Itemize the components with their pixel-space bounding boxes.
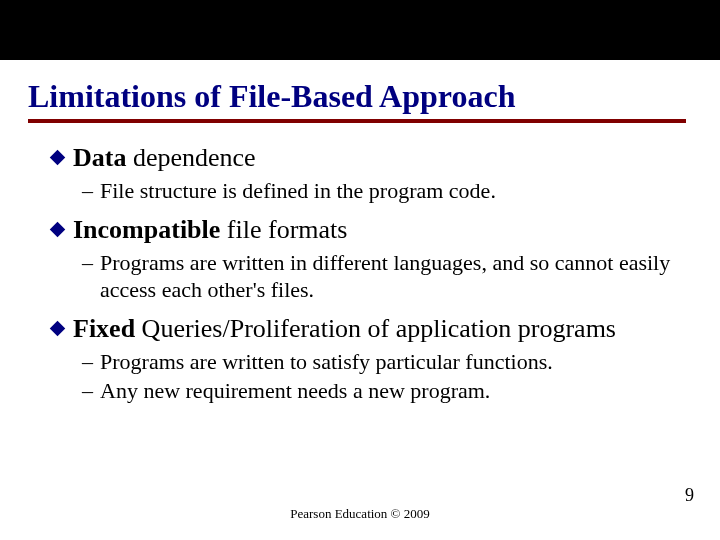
bullet-bold: Data — [73, 143, 126, 172]
sub-text: Programs are written in different langua… — [100, 249, 686, 304]
bullet-rest: dependence — [126, 143, 255, 172]
bullet-rest: Queries/Proliferation of application pro… — [135, 314, 616, 343]
dash-bullet-icon: – — [82, 348, 100, 376]
sub-item: – File structure is defined in the progr… — [82, 177, 686, 205]
diamond-bullet-icon — [50, 320, 66, 336]
bullet-bold: Incompatible — [73, 215, 220, 244]
page-number: 9 — [685, 485, 694, 506]
sub-list: – Programs are written to satisfy partic… — [52, 348, 686, 405]
sub-text: File structure is defined in the program… — [100, 177, 686, 205]
bullet-item: Data dependence – File structure is defi… — [52, 143, 686, 205]
sub-list: – File structure is defined in the progr… — [52, 177, 686, 205]
sub-item: – Programs are written to satisfy partic… — [82, 348, 686, 376]
dash-bullet-icon: – — [82, 249, 100, 277]
content-area: Data dependence – File structure is defi… — [0, 123, 720, 405]
bullet-text: Incompatible file formats — [73, 215, 347, 245]
slide: Limitations of File-Based Approach Data … — [0, 0, 720, 540]
sub-text: Any new requirement needs a new program. — [100, 377, 686, 405]
sub-list: – Programs are written in different lang… — [52, 249, 686, 304]
footer-text: Pearson Education © 2009 — [0, 506, 720, 522]
bullet-line: Fixed Queries/Proliferation of applicati… — [52, 314, 686, 344]
bullet-rest: file formats — [220, 215, 347, 244]
diamond-bullet-icon — [50, 150, 66, 166]
bullet-text: Fixed Queries/Proliferation of applicati… — [73, 314, 616, 344]
dash-bullet-icon: – — [82, 177, 100, 205]
slide-title: Limitations of File-Based Approach — [28, 78, 720, 115]
top-black-band — [0, 0, 720, 60]
diamond-bullet-icon — [50, 221, 66, 237]
sub-text: Programs are written to satisfy particul… — [100, 348, 686, 376]
bullet-text: Data dependence — [73, 143, 256, 173]
sub-item: – Programs are written in different lang… — [82, 249, 686, 304]
bullet-bold: Fixed — [73, 314, 135, 343]
dash-bullet-icon: – — [82, 377, 100, 405]
bullet-item: Incompatible file formats – Programs are… — [52, 215, 686, 304]
bullet-item: Fixed Queries/Proliferation of applicati… — [52, 314, 686, 405]
bullet-line: Incompatible file formats — [52, 215, 686, 245]
bullet-line: Data dependence — [52, 143, 686, 173]
sub-item: – Any new requirement needs a new progra… — [82, 377, 686, 405]
